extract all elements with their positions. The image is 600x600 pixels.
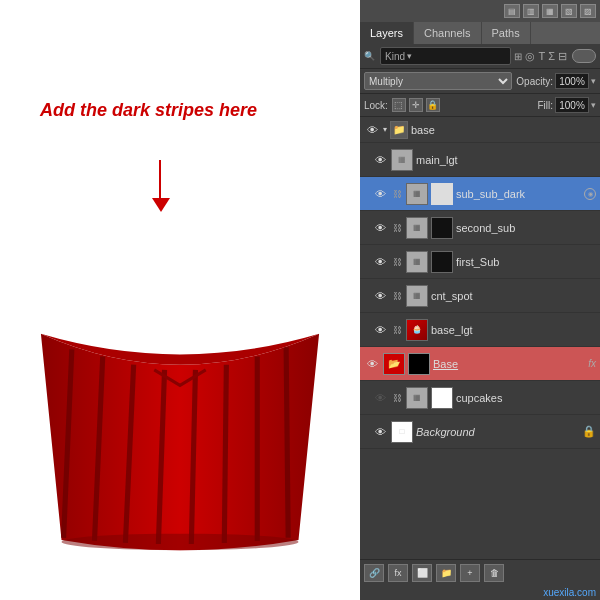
new-group-btn[interactable]: 📁	[436, 564, 456, 582]
layer-name-base-group: base	[411, 124, 596, 136]
eye-icon-first-sub[interactable]: 👁	[372, 254, 388, 270]
svg-line-5	[224, 364, 226, 542]
lock-pixel-btn[interactable]: ⬚	[392, 98, 406, 112]
thumb-base-lgt: 🧁	[406, 319, 428, 341]
thumb-second-sub: ▦	[406, 217, 428, 239]
fill-value[interactable]: 100%	[555, 97, 589, 113]
eye-icon-base-main[interactable]: 👁	[364, 356, 380, 372]
layer-row-base-main[interactable]: 👁 📂 Base fx	[360, 347, 600, 381]
folder-thumb-base: 📁	[390, 121, 408, 139]
kind-dropdown-arrow: ▾	[407, 51, 412, 61]
mask-second-sub	[431, 217, 453, 239]
svg-point-8	[62, 533, 299, 549]
cupcake-illustration	[10, 272, 350, 560]
panel-icon-2[interactable]: ▥	[523, 4, 539, 18]
layer-row-first-sub[interactable]: 👁 ⛓ ▦ first_Sub	[360, 245, 600, 279]
filter-row: 🔍 Kind ▾ ⊞ ◎ T Σ ⊟	[360, 44, 600, 69]
panel-icon-1[interactable]: ▤	[504, 4, 520, 18]
eye-icon-cnt-spot[interactable]: 👁	[372, 288, 388, 304]
new-layer-btn[interactable]: +	[460, 564, 480, 582]
annotation-text: Add the dark stripes here	[40, 100, 257, 121]
layer-row-cnt-spot[interactable]: 👁 ⛓ ▦ cnt_spot	[360, 279, 600, 313]
blend-row: Multiply Opacity: 100% ▾	[360, 69, 600, 94]
layer-name-sub-sub-dark: sub_sub_dark	[456, 188, 581, 200]
link-icon-sub-sub-dark: ◉	[588, 190, 593, 197]
filter-icon-3[interactable]: T	[538, 50, 545, 62]
chain-icon-cnt-spot: ⛓	[391, 289, 403, 303]
panel-icon-3[interactable]: ▦	[542, 4, 558, 18]
filter-toggle[interactable]	[572, 49, 596, 63]
layer-name-background: Background	[416, 426, 579, 438]
expand-icon-base[interactable]: ▾	[383, 125, 387, 134]
thumb-main-lgt: ▦	[391, 149, 413, 171]
add-mask-btn[interactable]: ⬜	[412, 564, 432, 582]
panel-icon-5[interactable]: ▨	[580, 4, 596, 18]
blend-mode-select[interactable]: Multiply	[364, 72, 512, 90]
eye-icon-background[interactable]: 👁	[372, 424, 388, 440]
thumb-content-first-sub: ▦	[413, 257, 421, 266]
layer-row-cupcakes[interactable]: 👁 ⛓ ▦ cupcakes	[360, 381, 600, 415]
eye-icon-cupcakes[interactable]: 👁	[372, 390, 388, 406]
lock-icons-group: ⬚ ✛ 🔒	[392, 98, 440, 112]
eye-icon-sub-sub-dark[interactable]: 👁	[372, 186, 388, 202]
tab-paths[interactable]: Paths	[482, 22, 531, 44]
mask-cupcakes	[431, 387, 453, 409]
panel-icon-4[interactable]: ▧	[561, 4, 577, 18]
folder-icon-base: 📁	[393, 124, 405, 135]
thumb-content-cupcakes: ▦	[413, 393, 421, 402]
mask-sub-sub-dark	[431, 183, 453, 205]
thumb-base-main: 📂	[383, 353, 405, 375]
tabs-row: Layers Channels Paths	[360, 22, 600, 44]
layer-name-main-lgt: main_lgt	[416, 154, 596, 166]
layer-name-second-sub: second_sub	[456, 222, 596, 234]
arrow-head	[152, 198, 170, 212]
right-panel: ▤ ▥ ▦ ▧ ▨ Layers Channels Paths 🔍 Kind ▾…	[360, 0, 600, 600]
layer-row-base-group[interactable]: 👁 ▾ 📁 base	[360, 117, 600, 143]
thumb-content-base-main: 📂	[388, 358, 400, 369]
fill-row: Fill: 100% ▾	[537, 97, 596, 113]
eye-icon-second-sub[interactable]: 👁	[372, 220, 388, 236]
layer-row-base-lgt[interactable]: 👁 ⛓ 🧁 base_lgt	[360, 313, 600, 347]
tab-layers[interactable]: Layers	[360, 22, 414, 44]
lock-badge-background: 🔒	[582, 425, 596, 438]
layer-row-main-lgt[interactable]: 👁 ▦ main_lgt	[360, 143, 600, 177]
thumb-content-cnt-spot: ▦	[413, 291, 421, 300]
layer-name-cnt-spot: cnt_spot	[431, 290, 596, 302]
arrow-shaft	[159, 160, 161, 200]
layer-name-cupcakes: cupcakes	[456, 392, 596, 404]
kind-label: Kind	[385, 51, 405, 62]
thumb-cupcakes: ▦	[406, 387, 428, 409]
layer-row-sub-sub-dark[interactable]: 👁 ⛓ ▦ sub_sub_dark ◉	[360, 177, 600, 211]
layer-row-second-sub[interactable]: 👁 ⛓ ▦ second_sub	[360, 211, 600, 245]
tab-channels[interactable]: Channels	[414, 22, 481, 44]
filter-icon-5[interactable]: ⊟	[558, 50, 567, 63]
eye-icon-main-lgt[interactable]: 👁	[372, 152, 388, 168]
layer-row-background[interactable]: 👁 □ Background 🔒	[360, 415, 600, 449]
chain-icon-base-lgt: ⛓	[391, 323, 403, 337]
filter-icon-1[interactable]: ⊞	[514, 51, 522, 62]
fill-label: Fill:	[537, 100, 553, 111]
thumb-content-second-sub: ▦	[413, 223, 421, 232]
lock-move-btn[interactable]: ✛	[409, 98, 423, 112]
fx-btn[interactable]: fx	[388, 564, 408, 582]
thumb-cnt-spot: ▦	[406, 285, 428, 307]
filter-icon-4[interactable]: Σ	[548, 50, 555, 62]
lock-all-btn[interactable]: 🔒	[426, 98, 440, 112]
filter-icon-2[interactable]: ◎	[525, 50, 535, 63]
link-layers-btn[interactable]: 🔗	[364, 564, 384, 582]
kind-search-box[interactable]: Kind ▾	[380, 47, 511, 65]
eye-icon-base[interactable]: 👁	[364, 122, 380, 138]
delete-layer-btn[interactable]: 🗑	[484, 564, 504, 582]
layer-name-base-lgt: base_lgt	[431, 324, 596, 336]
thumb-content-main-lgt: ▦	[398, 155, 406, 164]
mask-base-main	[408, 353, 430, 375]
fx-badge-base-main: fx	[588, 358, 596, 369]
opacity-value[interactable]: 100%	[555, 73, 589, 89]
thumb-first-sub: ▦	[406, 251, 428, 273]
chain-icon-cupcakes: ⛓	[391, 391, 403, 405]
opacity-label: Opacity:	[516, 76, 553, 87]
thumb-content-background: □	[400, 427, 405, 436]
eye-icon-base-lgt[interactable]: 👁	[372, 322, 388, 338]
chain-icon-second-sub: ⛓	[391, 221, 403, 235]
layers-list: 👁 ▾ 📁 base 👁 ▦ main_lgt 👁 ⛓ ▦ sub_sub_da…	[360, 117, 600, 559]
